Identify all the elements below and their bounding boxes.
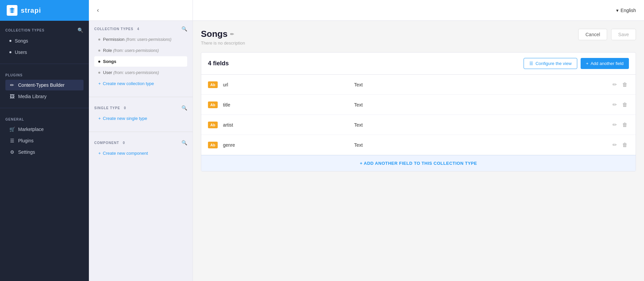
configure-view-button[interactable]: ☰ Configure the view xyxy=(524,58,577,69)
delete-genre-button[interactable]: 🗑 xyxy=(621,140,629,149)
sidebar-item-songs[interactable]: Songs xyxy=(5,36,84,46)
field-name-genre: genre xyxy=(223,142,349,148)
sidebar-item-plugins[interactable]: ☰ Plugins xyxy=(5,135,84,146)
field-actions-title: ✏ 🗑 xyxy=(611,100,629,109)
field-row-title: Ab title Text ✏ 🗑 xyxy=(201,95,636,115)
plugins-section: PLUGINS ✏ Content-Types Builder 🖼 Media … xyxy=(0,67,89,105)
single-type-section: SINGLE TYPE 0 🔍 + Create new single type xyxy=(89,100,193,129)
single-type-search-icon[interactable]: 🔍 xyxy=(181,105,187,111)
component-header: COMPONENT 0 🔍 xyxy=(94,140,187,145)
cancel-button[interactable]: Cancel xyxy=(578,29,607,40)
middle-dot-permission xyxy=(98,39,100,41)
field-badge-artist: Ab xyxy=(208,122,218,128)
plugins-section-title: PLUGINS xyxy=(5,73,84,77)
single-type-header: SINGLE TYPE 0 🔍 xyxy=(94,105,187,111)
save-button[interactable]: Save xyxy=(611,29,636,40)
language-selector[interactable]: ▾ English xyxy=(616,8,636,13)
field-badge-url: Ab xyxy=(208,81,218,88)
middle-panel-header: ‹ xyxy=(89,0,193,21)
field-row-genre: Ab genre Text ✏ 🗑 xyxy=(201,135,636,155)
main-header-right: ▾ English xyxy=(616,8,636,13)
sidebar-item-content-types-builder[interactable]: ✏ Content-Types Builder xyxy=(5,80,84,90)
sidebar-item-settings[interactable]: ⚙ Settings xyxy=(5,147,84,157)
middle-divider-1 xyxy=(89,97,193,97)
middle-item-user[interactable]: User (from: users-permissions) xyxy=(94,67,187,78)
add-another-field-button[interactable]: + Add another field xyxy=(581,58,629,69)
field-actions-artist: ✏ 🗑 xyxy=(611,120,629,129)
content-description: There is no description xyxy=(201,41,245,46)
sidebar-divider-2 xyxy=(0,108,89,108)
fields-card-header: 4 fields ☰ Configure the view + Add anot… xyxy=(201,53,636,75)
field-type-genre: Text xyxy=(354,142,606,148)
fields-actions: ☰ Configure the view + Add another field xyxy=(524,58,629,69)
middle-panel: ‹ COLLECTION TYPES 4 🔍 Permission (from:… xyxy=(89,0,193,281)
sidebar-item-users[interactable]: Users xyxy=(5,47,84,58)
single-type-title: SINGLE TYPE 0 xyxy=(94,106,126,110)
header-actions: Cancel Save xyxy=(578,29,636,40)
middle-dot-songs xyxy=(98,61,100,63)
main-content: ▾ English Songs ✏ There is no descriptio… xyxy=(193,0,644,281)
plus-icon: + xyxy=(586,61,589,66)
settings-icon: ⚙ xyxy=(9,149,15,155)
create-single-type-link[interactable]: + Create new single type xyxy=(94,113,187,124)
field-actions-genre: ✏ 🗑 xyxy=(611,140,629,149)
delete-artist-button[interactable]: 🗑 xyxy=(621,120,629,129)
delete-title-field-button[interactable]: 🗑 xyxy=(621,100,629,109)
sidebar-dot-users xyxy=(9,51,11,53)
collection-types-header: COLLECTION TYPES 4 🔍 xyxy=(94,26,187,31)
middle-item-songs[interactable]: Songs xyxy=(94,56,187,67)
middle-item-role[interactable]: Role (from: users-permissions) xyxy=(94,45,187,56)
middle-item-permission[interactable]: Permission (from: users-permissions) xyxy=(94,34,187,45)
sidebar-divider-1 xyxy=(0,64,89,64)
field-name-title: title xyxy=(223,102,349,108)
field-type-title: Text xyxy=(354,102,606,108)
configure-icon: ☰ xyxy=(529,61,533,66)
component-search-icon[interactable]: 🔍 xyxy=(181,140,187,145)
delete-url-button[interactable]: 🗑 xyxy=(621,80,629,89)
back-button[interactable]: ‹ xyxy=(94,5,102,15)
collection-types-title: COLLECTION TYPES 4 xyxy=(94,27,139,31)
strapi-logo-icon xyxy=(7,5,17,16)
pencil-icon: ✏ xyxy=(9,82,15,88)
middle-dot-user xyxy=(98,72,100,74)
field-name-artist: artist xyxy=(223,122,349,128)
edit-genre-button[interactable]: ✏ xyxy=(611,140,618,149)
dropdown-arrow-icon: ▾ xyxy=(616,8,619,13)
sidebar-dot-songs xyxy=(9,40,11,42)
collection-types-section: COLLECTION TYPES 🔍 Songs Users xyxy=(0,21,89,61)
language-label: English xyxy=(621,8,636,13)
sidebar-item-media-library[interactable]: 🖼 Media Library xyxy=(5,91,84,102)
field-actions-url: ✏ 🗑 xyxy=(611,80,629,89)
sidebar-logo-text: strapi xyxy=(21,7,41,14)
field-name-url: url xyxy=(223,82,349,87)
edit-title-icon[interactable]: ✏ xyxy=(230,31,234,37)
content-header: Songs ✏ There is no description Cancel S… xyxy=(201,29,636,46)
main-header: ▾ English xyxy=(193,0,644,21)
field-row-url: Ab url Text ✏ 🗑 xyxy=(201,75,636,95)
collection-types-section-title: COLLECTION TYPES 🔍 xyxy=(5,27,84,33)
field-type-artist: Text xyxy=(354,122,606,128)
component-section: COMPONENT 0 🔍 + Create new component xyxy=(89,135,193,164)
edit-title-field-button[interactable]: ✏ xyxy=(611,100,618,109)
general-section: GENERAL 🛒 Marketplace ☰ Plugins ⚙ Settin… xyxy=(0,111,89,161)
collection-types-search-icon[interactable]: 🔍 xyxy=(77,27,84,33)
content-title-area: Songs ✏ There is no description xyxy=(201,29,245,46)
create-collection-type-link[interactable]: + Create new collection type xyxy=(94,78,187,89)
field-row-artist: Ab artist Text ✏ 🗑 xyxy=(201,115,636,135)
component-title: COMPONENT 0 xyxy=(94,141,125,145)
edit-url-button[interactable]: ✏ xyxy=(611,80,618,89)
field-type-url: Text xyxy=(354,82,606,87)
fields-count: 4 fields xyxy=(208,60,229,67)
create-component-link[interactable]: + Create new component xyxy=(94,148,187,158)
plugins-icon: ☰ xyxy=(9,138,15,143)
collection-types-section: COLLECTION TYPES 4 🔍 Permission (from: u… xyxy=(89,21,193,94)
sidebar: strapi COLLECTION TYPES 🔍 Songs Users PL… xyxy=(0,0,89,281)
main-body: Songs ✏ There is no description Cancel S… xyxy=(193,21,644,180)
middle-divider-2 xyxy=(89,132,193,132)
page-title: Songs ✏ xyxy=(201,29,245,39)
add-field-footer[interactable]: + ADD ANOTHER FIELD TO THIS COLLECTION T… xyxy=(201,155,636,171)
sidebar-item-marketplace[interactable]: 🛒 Marketplace xyxy=(5,124,84,135)
edit-artist-button[interactable]: ✏ xyxy=(611,120,618,129)
marketplace-icon: 🛒 xyxy=(9,127,15,132)
collection-types-search-icon[interactable]: 🔍 xyxy=(181,26,187,31)
